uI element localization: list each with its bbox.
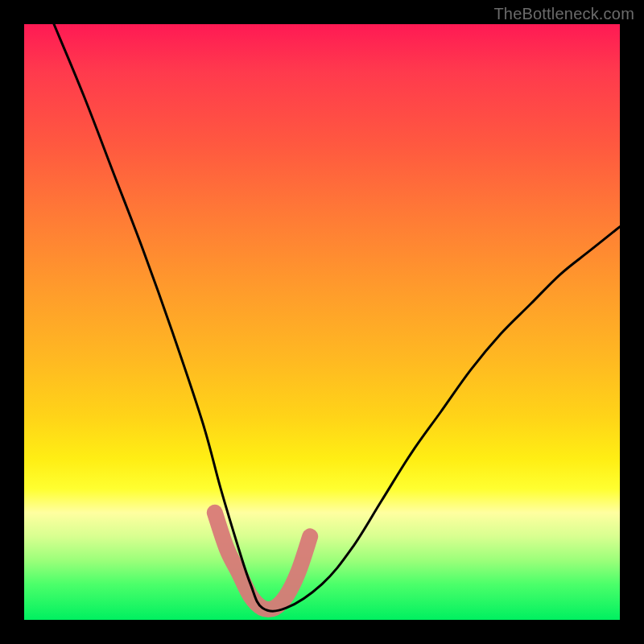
chart-svg [24, 24, 620, 620]
highlight-range-stroke [215, 513, 310, 609]
plot-area [24, 24, 620, 620]
bottleneck-curve [54, 24, 620, 611]
watermark-text: TheBottleneck.com [493, 5, 634, 23]
chart-frame: TheBottleneck.com [0, 0, 644, 644]
